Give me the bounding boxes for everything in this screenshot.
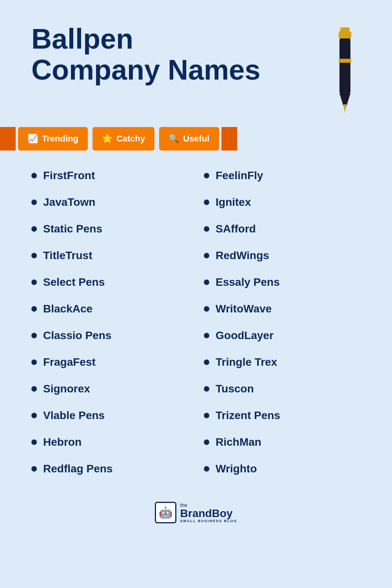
bullet-icon [204, 279, 209, 285]
list-item: Static Pens [24, 216, 196, 242]
brand-name-label: BrandBoy [180, 508, 238, 519]
bullet-icon [31, 333, 37, 338]
bullet-icon [204, 413, 209, 418]
list-item: SAfford [196, 216, 368, 242]
bullet-icon [204, 306, 209, 312]
catchy-icon: ⭐ [102, 134, 113, 144]
list-item: WritoWave [196, 296, 368, 322]
bullet-icon [31, 439, 37, 445]
bullet-icon [31, 200, 37, 205]
bullet-icon [31, 279, 37, 285]
bullet-icon [204, 200, 209, 205]
name-text: Trizent Pens [216, 409, 280, 422]
page-title-line2: Company Names [31, 54, 260, 85]
list-item: FeelinFly [196, 162, 368, 189]
page-title-line1: Ballpen [31, 24, 260, 54]
list-item: FragaFest [24, 349, 196, 376]
bullet-icon [204, 173, 209, 178]
name-text: WritoWave [216, 303, 272, 315]
list-item: Vlable Pens [24, 402, 196, 429]
name-text: FirstFront [43, 169, 95, 182]
useful-icon: 🔍 [169, 134, 179, 144]
bullet-icon [31, 173, 37, 178]
bullet-icon [31, 253, 37, 258]
names-column-left: FirstFront JavaTown Static Pens TitleTru… [24, 162, 196, 482]
name-text: Select Pens [43, 276, 105, 289]
pen-icon [329, 27, 361, 115]
names-section: FirstFront JavaTown Static Pens TitleTru… [0, 151, 392, 490]
name-text: FragaFest [43, 356, 96, 368]
bullet-icon [204, 253, 209, 258]
bullet-icon [31, 386, 37, 392]
tag-bar-left-end [0, 127, 16, 151]
useful-label: Useful [183, 134, 209, 144]
name-text: Static Pens [43, 223, 102, 235]
tag-bar: 📈 Trending ⭐ Catchy 🔍 Useful [0, 127, 392, 151]
name-text: Redflag Pens [43, 463, 113, 475]
list-item: Hebron [24, 429, 196, 456]
name-text: RichMan [216, 436, 261, 448]
name-text: Ignitex [216, 196, 251, 209]
name-text: Wrighto [216, 463, 257, 475]
bullet-icon [204, 439, 209, 445]
svg-marker-6 [345, 111, 345, 114]
list-item: JavaTown [24, 189, 196, 216]
bullet-icon [31, 466, 37, 472]
name-text: TitleTrust [43, 249, 93, 262]
list-item: Essaly Pens [196, 269, 368, 296]
list-item: BlackAce [24, 296, 196, 322]
bullet-icon [31, 226, 37, 232]
bullet-icon [31, 306, 37, 312]
list-item: Ignitex [196, 189, 368, 216]
title-block: Ballpen Company Names [31, 24, 260, 85]
page-wrapper: Ballpen Company Names [0, 0, 392, 588]
name-text: RedWings [216, 249, 269, 262]
name-text: GoodLayer [216, 329, 274, 342]
bullet-icon [204, 226, 209, 232]
svg-rect-3 [339, 59, 351, 63]
list-item: Classio Pens [24, 322, 196, 349]
bullet-icon [31, 413, 37, 418]
list-item: Signorex [24, 376, 196, 402]
name-text: FeelinFly [216, 169, 263, 182]
tag-trending[interactable]: 📈 Trending [18, 127, 88, 151]
list-item: TitleTrust [24, 242, 196, 269]
tag-bar-right-end [221, 127, 237, 151]
list-item: Tuscon [196, 376, 368, 402]
header-section: Ballpen Company Names [0, 0, 392, 123]
name-text: BlackAce [43, 303, 93, 315]
trending-label: Trending [42, 134, 78, 144]
list-item: Tringle Trex [196, 349, 368, 376]
catchy-label: Catchy [116, 134, 145, 144]
bullet-icon [204, 466, 209, 472]
tag-catchy[interactable]: ⭐ Catchy [93, 127, 154, 151]
list-item: Trizent Pens [196, 402, 368, 429]
name-text: Classio Pens [43, 329, 111, 342]
bullet-icon [204, 333, 209, 338]
svg-marker-4 [339, 93, 350, 106]
list-item: FirstFront [24, 162, 196, 189]
brandboy-icon: 🤖 [155, 502, 176, 523]
list-item: RedWings [196, 242, 368, 269]
bullet-icon [204, 386, 209, 392]
name-text: Tuscon [216, 383, 254, 395]
list-item: GoodLayer [196, 322, 368, 349]
names-column-right: FeelinFly Ignitex SAfford RedWings Essal… [196, 162, 368, 482]
svg-rect-2 [339, 38, 350, 93]
bullet-icon [204, 359, 209, 365]
list-item: Select Pens [24, 269, 196, 296]
name-text: Tringle Trex [216, 356, 277, 368]
list-item: RichMan [196, 429, 368, 456]
footer-logo: 🤖 the BrandBoy SMALL BUSINESS BLOG [155, 502, 238, 523]
name-text: SAfford [216, 223, 256, 235]
trending-icon: 📈 [27, 134, 38, 144]
svg-rect-1 [339, 31, 351, 38]
list-item: Redflag Pens [24, 456, 196, 482]
tag-useful[interactable]: 🔍 Useful [159, 127, 219, 151]
brand-text-block: the BrandBoy SMALL BUSINESS BLOG [180, 502, 238, 523]
name-text: Signorex [43, 383, 90, 395]
list-item: Wrighto [196, 456, 368, 482]
bullet-icon [31, 359, 37, 365]
name-text: Hebron [43, 436, 82, 448]
name-text: JavaTown [43, 196, 95, 209]
